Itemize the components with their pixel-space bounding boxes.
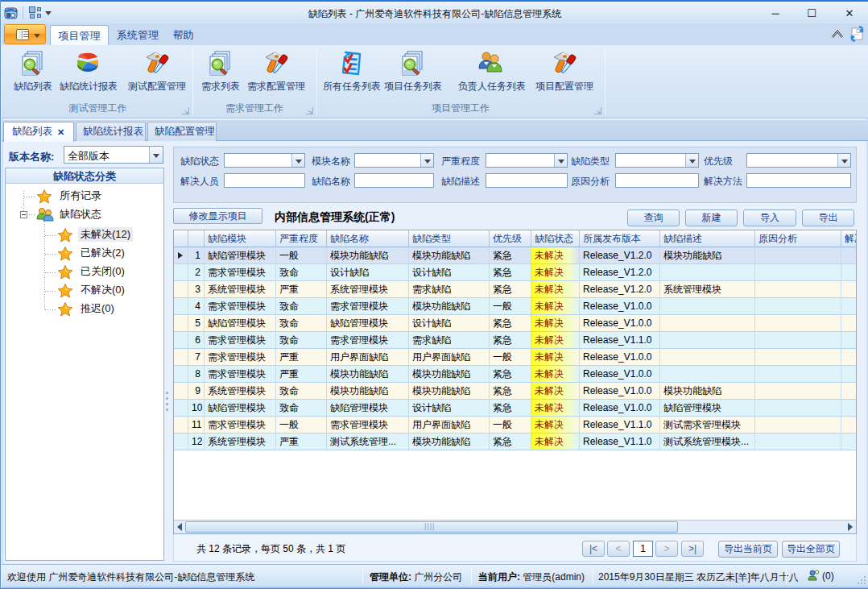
table-row[interactable]: 11需求管理模块一般需求管理模块用户界面缺陷一般未解决Release_V1.1.… — [174, 417, 856, 433]
cell-analysis — [755, 400, 841, 417]
cell-release: Release_V1.0.0 — [580, 298, 660, 315]
filter-combo-严重程度[interactable] — [486, 153, 568, 168]
page-number-input[interactable]: 1 — [633, 541, 653, 557]
last-page-button[interactable]: >| — [681, 541, 704, 557]
table-row[interactable]: 7需求管理模块严重用户界面缺陷用户界面缺陷一般未解决Release_V1.0.0 — [174, 349, 856, 366]
help-sync-icon[interactable] — [849, 26, 865, 42]
doc-search-icon — [399, 49, 427, 77]
scroll-left-icon[interactable] — [177, 523, 182, 531]
filter-input-缺陷描述[interactable] — [486, 173, 568, 188]
column-header-ind[interactable] — [174, 230, 188, 247]
doc-tab-defect-report[interactable]: 缺陷统计报表 — [76, 122, 146, 141]
column-header-desc[interactable]: 缺陷描述 — [660, 230, 755, 247]
column-header-solver[interactable]: 解决人员 — [841, 230, 857, 247]
previous-page-button[interactable]: < — [607, 541, 630, 557]
tree-collapse-icon[interactable] — [20, 211, 27, 218]
tree-connector — [45, 235, 57, 236]
scroll-right-icon[interactable] — [848, 523, 853, 531]
close-tab-icon[interactable]: ✕ — [57, 127, 67, 137]
group-expand-icon[interactable] — [594, 107, 601, 114]
filter-input-缺陷名称[interactable] — [354, 173, 434, 188]
table-row[interactable]: 5缺陷管理模块致命缺陷管理模块设计缺陷紧急未解决Release_V1.0.0 — [174, 315, 856, 332]
date-status-item: 2015年9月30日星期三 农历乙未[羊]年八月十八 — [598, 570, 799, 584]
cell-solver — [841, 315, 857, 332]
doc-tab-defect-list[interactable]: 缺陷列表 ✕ — [3, 122, 74, 142]
quick-access-dropdown-caret[interactable] — [45, 11, 52, 15]
column-header-release[interactable]: 所属发布版本 — [580, 230, 660, 247]
doc-tab-defect-config[interactable]: 缺陷配置管理 — [147, 122, 217, 141]
filter-input-原因分析[interactable] — [615, 173, 699, 188]
table-row[interactable]: 10缺陷管理模块致命缺陷管理模块设计缺陷紧急未解决Release_V1.0.0缺… — [174, 400, 856, 417]
filter-combo-缺陷类型[interactable] — [615, 153, 699, 168]
table-row[interactable]: 1缺陷管理模块一般模块功能缺陷模块功能缺陷紧急未解决Release_V1.2.0… — [174, 247, 856, 264]
table-row[interactable]: 2需求管理模块致命设计缺陷设计缺陷紧急未解决Release_V1.2.0 — [174, 264, 856, 281]
table-row[interactable]: 9系统管理模块致命模块功能缺陷模块功能缺陷紧急未解决Release_V1.0.0… — [174, 383, 856, 400]
cell-release: Release_V1.1.0 — [580, 332, 660, 349]
collapse-ribbon-icon[interactable] — [831, 29, 844, 39]
column-header-analysis[interactable]: 原因分析 — [755, 230, 841, 247]
cell-type: 模块功能缺陷 — [409, 298, 490, 315]
ribbon-item-label: 负责人任务列表 — [458, 80, 523, 93]
combo-dropdown-icon[interactable] — [420, 154, 433, 167]
export-current-page-button[interactable]: 导出当前页 — [718, 541, 778, 558]
ribbon-tab-system[interactable]: 系统管理 — [112, 25, 163, 45]
column-header-status[interactable]: 缺陷状态 — [531, 230, 580, 247]
resize-grip[interactable] — [857, 575, 866, 585]
close-button[interactable]: ✕ — [837, 6, 862, 21]
first-page-button[interactable]: |< — [582, 541, 605, 557]
filter-input-解决方法[interactable] — [746, 173, 851, 188]
horizontal-scrollbar[interactable] — [174, 520, 856, 533]
table-row[interactable]: 4需求管理模块致命需求管理模块模块功能缺陷一般未解决Release_V1.0.0 — [174, 298, 856, 315]
cell-solver — [841, 433, 857, 450]
combo-dropdown-icon[interactable] — [291, 154, 304, 167]
cell-status: 未解决 — [531, 433, 580, 450]
import-button[interactable]: 导入 — [743, 209, 796, 226]
next-page-button[interactable]: > — [655, 541, 678, 557]
application-menu-button[interactable] — [4, 24, 46, 44]
combo-dropdown-icon[interactable] — [685, 154, 698, 167]
cell-ind — [174, 417, 188, 433]
combo-dropdown-icon[interactable] — [554, 154, 567, 167]
cell-desc — [660, 366, 755, 383]
filter-input-解决人员[interactable] — [224, 173, 305, 188]
splitter-handle[interactable] — [166, 392, 168, 413]
maximize-button[interactable]: ☐ — [800, 6, 824, 21]
table-row[interactable]: 12系统管理模块严重测试系统管理...模块功能缺陷紧急未解决Release_V1… — [174, 433, 856, 450]
group-expand-icon[interactable] — [306, 107, 313, 114]
cell-module: 需求管理模块 — [205, 298, 276, 315]
ribbon-group-caption: 需求管理工作 — [193, 102, 316, 115]
cell-module: 系统管理模块 — [205, 383, 276, 400]
table-row[interactable]: 3系统管理模块严重系统管理模块需求缺陷紧急未解决Release_V1.2.0系统… — [174, 281, 856, 298]
cell-status: 未解决 — [531, 417, 580, 433]
column-header-module[interactable]: 缺陷模块 — [205, 230, 276, 247]
new-button[interactable]: 新建 — [685, 209, 738, 226]
column-header-name[interactable]: 缺陷名称 — [327, 230, 409, 247]
cell-num: 6 — [188, 332, 205, 349]
cell-ind — [174, 264, 188, 281]
table-row[interactable]: 6需求管理模块致命需求管理模块需求缺陷紧急未解决Release_V1.1.0 — [174, 332, 856, 349]
filter-combo-优先级[interactable] — [746, 153, 851, 168]
minimize-button[interactable]: ─ — [763, 6, 787, 21]
filter-combo-模块名称[interactable] — [354, 153, 434, 168]
filter-combo-缺陷状态[interactable] — [224, 153, 305, 168]
export-all-pages-button[interactable]: 导出全部页 — [782, 541, 840, 558]
tree-connector — [45, 309, 57, 310]
ribbon-tab-project[interactable]: 项目管理 — [50, 25, 109, 45]
combo-dropdown-icon[interactable] — [149, 147, 163, 163]
combo-dropdown-icon[interactable] — [837, 154, 850, 167]
column-header-type[interactable]: 缺陷类型 — [409, 230, 490, 247]
quick-access-toolbar-icon[interactable] — [29, 6, 41, 19]
ribbon-tab-help[interactable]: 帮助 — [167, 25, 200, 45]
column-header-priority[interactable]: 优先级 — [490, 230, 531, 247]
modify-display-items-button[interactable]: 修改显示项目 — [173, 208, 262, 224]
cell-name: 模块功能缺陷 — [327, 366, 409, 383]
table-row[interactable]: 8需求管理模块严重模块功能缺陷模块功能缺陷紧急未解决Release_V1.0.0 — [174, 366, 856, 383]
version-combo[interactable]: 全部版本 — [64, 146, 163, 164]
column-header-severity[interactable]: 严重程度 — [276, 230, 327, 247]
export-button[interactable]: 导出 — [802, 209, 854, 226]
cell-priority: 紧急 — [490, 264, 531, 281]
column-header-num[interactable] — [188, 230, 205, 247]
query-button[interactable]: 查询 — [627, 209, 680, 226]
cell-priority: 一般 — [490, 298, 531, 315]
scrollbar-thumb[interactable] — [185, 521, 678, 533]
